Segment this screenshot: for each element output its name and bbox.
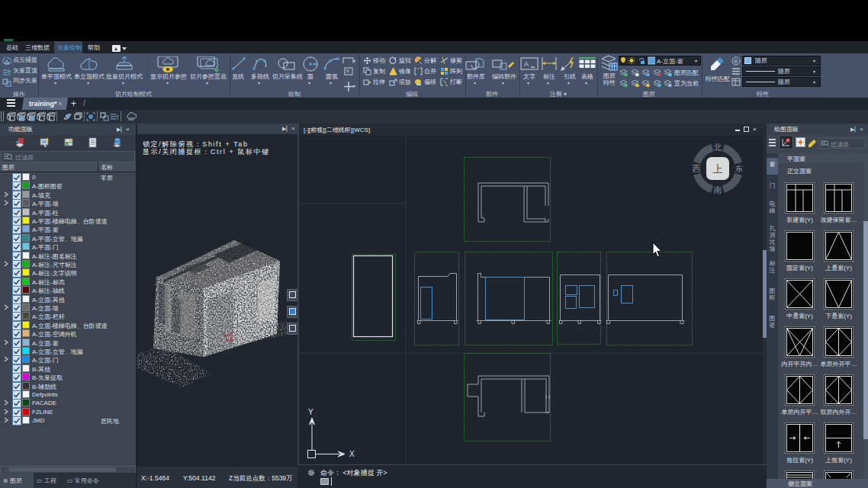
svg-text:B: B [734,58,738,65]
svg-text:A: A [524,60,529,68]
svg-text:东: 东 [735,164,744,173]
svg-text:西: 西 [693,164,701,173]
svg-text:南: 南 [714,185,722,194]
svg-text:上: 上 [713,163,723,175]
svg-text:北: 北 [713,143,722,152]
svg-text:X: X [349,450,355,458]
svg-text:Y: Y [308,408,313,416]
